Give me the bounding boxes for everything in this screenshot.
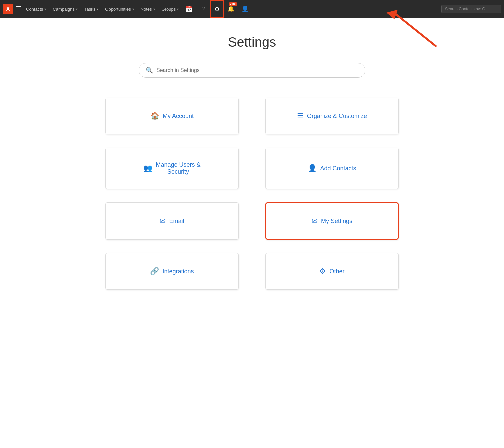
integrations-label: Integrations: [162, 268, 194, 275]
manage-users-card[interactable]: 👥 Manage Users &Security: [105, 148, 239, 189]
integrations-card[interactable]: 🔗 Integrations: [105, 253, 239, 290]
caret-icon: ▾: [132, 7, 134, 11]
main-content: Settings 🔍 🏠 My Account ☰ Organize & Cus…: [69, 18, 435, 306]
my-account-label: My Account: [163, 113, 194, 120]
page-title: Settings: [75, 35, 429, 50]
manage-users-label: Manage Users &Security: [156, 161, 200, 175]
caret-icon: ▾: [97, 7, 98, 11]
email-label: Email: [169, 218, 184, 225]
settings-search-bar: 🔍: [139, 63, 365, 78]
brand-logo[interactable]: X: [3, 4, 13, 14]
organize-customize-label: Organize & Customize: [307, 113, 367, 120]
other-icon: ⚙: [319, 267, 326, 276]
add-contacts-card[interactable]: 👤 Add Contacts: [265, 148, 399, 189]
settings-button[interactable]: ⚙: [210, 0, 224, 18]
my-settings-icon: ✉: [312, 217, 318, 225]
caret-icon: ▾: [177, 7, 179, 11]
settings-search-input[interactable]: [156, 67, 358, 73]
list-icon: ☰: [297, 112, 304, 120]
nav-contacts[interactable]: Contacts ▾: [23, 0, 49, 18]
caret-icon: ▾: [76, 7, 78, 11]
search-icon: 🔍: [146, 67, 153, 74]
my-settings-label: My Settings: [321, 218, 352, 225]
user-account-button[interactable]: 👤: [238, 0, 252, 18]
home-icon: 🏠: [150, 112, 159, 120]
integrations-icon: 🔗: [150, 267, 159, 276]
calendar-button[interactable]: 📅: [182, 0, 196, 18]
settings-grid: 🏠 My Account ☰ Organize & Customize 👥 Ma…: [105, 98, 399, 290]
other-card[interactable]: ⚙ Other: [265, 253, 399, 290]
nav-search-input[interactable]: [441, 5, 501, 13]
nav-search-area: [441, 5, 501, 13]
add-person-icon: 👤: [308, 164, 317, 173]
caret-icon: ▾: [44, 7, 46, 11]
hamburger-icon[interactable]: ☰: [15, 5, 21, 13]
add-contacts-label: Add Contacts: [320, 165, 356, 172]
email-icon: ✉: [160, 217, 166, 225]
caret-icon: ▾: [153, 7, 155, 11]
nav-opportunities[interactable]: Opportunities ▾: [102, 0, 137, 18]
x-logo-icon[interactable]: X: [3, 4, 13, 14]
help-button[interactable]: ?: [196, 0, 210, 18]
other-label: Other: [329, 268, 344, 275]
nav-tasks[interactable]: Tasks ▾: [81, 0, 102, 18]
email-card[interactable]: ✉ Email: [105, 202, 239, 240]
nav-groups[interactable]: Groups ▾: [158, 0, 182, 18]
my-settings-card[interactable]: ✉ My Settings: [265, 202, 399, 240]
nav-campaigns[interactable]: Campaigns ▾: [49, 0, 81, 18]
navbar: X ☰ Contacts ▾ Campaigns ▾ Tasks ▾ Oppor…: [0, 0, 504, 18]
notifications-button[interactable]: 🔔 7183: [224, 0, 238, 18]
organize-customize-card[interactable]: ☰ Organize & Customize: [265, 98, 399, 134]
nav-notes[interactable]: Notes ▾: [137, 0, 158, 18]
my-account-card[interactable]: 🏠 My Account: [105, 98, 239, 134]
users-icon: 👥: [143, 164, 152, 173]
notification-badge: 7183: [229, 2, 237, 6]
